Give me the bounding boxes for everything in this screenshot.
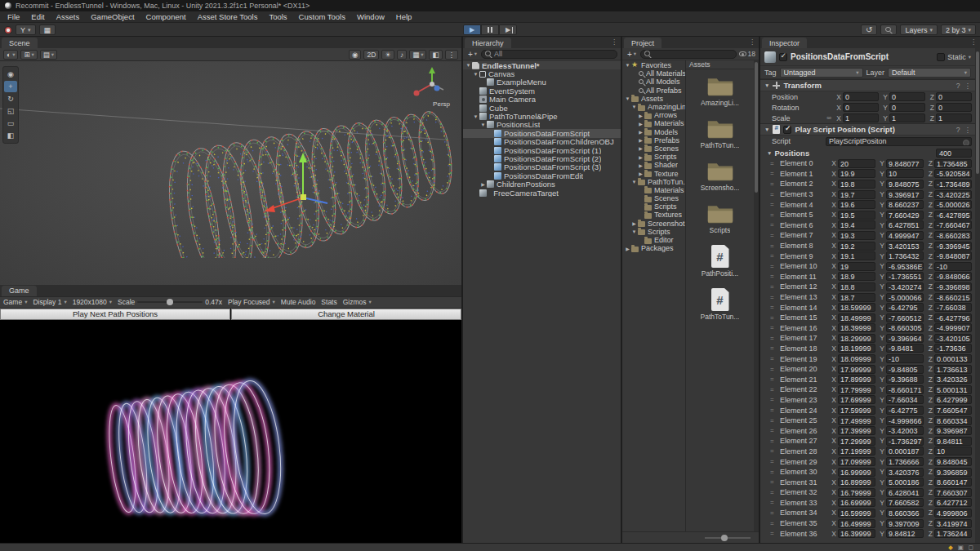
drag-handle-icon[interactable]: = [770, 263, 778, 270]
z-value-field[interactable]: 5.000131 [934, 385, 972, 394]
menu-item[interactable]: Edit [25, 11, 50, 22]
z-value-field[interactable]: -5.920584 [934, 169, 972, 178]
foldout-arrow[interactable]: ▼ [479, 122, 487, 127]
z-value-field[interactable]: 8.660334 [934, 416, 972, 425]
menu-item[interactable]: Assets [51, 11, 86, 22]
orientation-gizmo[interactable] [409, 64, 455, 100]
project-tree-item[interactable]: Scripts [622, 202, 685, 211]
x-value-field[interactable]: 19.1 [838, 251, 875, 260]
x-value-field[interactable]: 17.69999 [838, 395, 875, 404]
hierarchy-item[interactable]: PositionsDataFromChildrenOBJ [463, 138, 621, 146]
audio-toggle[interactable]: ♪ [397, 50, 407, 60]
z-value-field[interactable]: 1.736485 [934, 159, 972, 168]
y-value-field[interactable]: -8.660171 [886, 385, 924, 394]
foldout-arrow[interactable]: ▶ [637, 154, 644, 160]
z-value-field[interactable]: 6.427712 [934, 498, 972, 507]
y-value-field[interactable]: -9.396964 [886, 334, 924, 343]
x-value-field[interactable]: 16.49999 [838, 519, 875, 528]
drag-handle-icon[interactable]: = [770, 160, 778, 167]
z-value-field[interactable]: 0 [936, 92, 972, 101]
drag-handle-icon[interactable]: = [770, 232, 778, 239]
drag-handle-icon[interactable]: = [770, 489, 778, 496]
project-tree-item[interactable]: ▼ PathToTun... [622, 178, 685, 186]
x-value-field[interactable]: 19.6 [838, 200, 875, 209]
hierarchy-item[interactable]: _FreeCameraTarget [463, 189, 621, 197]
project-tree-item[interactable]: ▶ Texture [622, 169, 685, 177]
drag-handle-icon[interactable]: = [770, 427, 778, 434]
activity-icon[interactable]: ◆ [948, 544, 953, 551]
tab-project[interactable]: Project [624, 38, 662, 48]
layers-dropdown[interactable]: Layers▾ [900, 24, 938, 35]
drag-handle-icon[interactable]: = [770, 344, 778, 352]
y-value-field[interactable]: 6.428041 [886, 488, 924, 497]
kebab-menu-icon[interactable]: ⋮ [970, 38, 977, 46]
z-value-field[interactable]: 8.660147 [934, 478, 972, 487]
drag-handle-icon[interactable]: = [770, 458, 778, 465]
x-value-field[interactable]: 17.39999 [838, 426, 875, 435]
z-value-field[interactable]: -10 [934, 262, 972, 271]
tag-dropdown[interactable]: Untagged▾ [780, 68, 863, 78]
asset-item[interactable]: # PathToTun... [689, 288, 751, 321]
y-value-field[interactable]: -3.42003 [886, 426, 924, 435]
scene-camera-settings[interactable]: ◧ [429, 50, 442, 60]
drag-handle-icon[interactable]: = [770, 201, 778, 208]
y-value-field[interactable]: 8.660237 [886, 200, 924, 209]
add-asset-button[interactable]: +▾ [626, 50, 638, 59]
link-scale-icon[interactable]: ∞ [826, 114, 832, 122]
foldout-arrow[interactable]: ▼ [630, 104, 638, 109]
tool-settings-dropdown[interactable]: ▤▾ [40, 50, 57, 60]
help-icon[interactable]: ? [956, 126, 960, 134]
foldout-arrow[interactable]: ▼ [472, 114, 479, 119]
x-value-field[interactable]: 19.7 [838, 190, 875, 199]
hierarchy-item[interactable]: Main Camera [463, 96, 621, 104]
x-value-field[interactable]: 18.49999 [838, 313, 875, 322]
z-value-field[interactable]: 0.000133 [934, 354, 972, 363]
x-value-field[interactable]: 18.39999 [838, 323, 875, 332]
gizmos-dropdown[interactable]: Gizmos▾ [343, 298, 372, 306]
z-value-field[interactable]: -1.73636 [934, 344, 972, 353]
hierarchy-item[interactable]: ▼ PathToTunnel&Pipe [463, 112, 621, 120]
resolution-dropdown[interactable]: 1920x1080▾ [73, 298, 112, 306]
x-value-field[interactable]: 17.99999 [838, 365, 875, 374]
hierarchy-item[interactable]: ▼ PositionsList [463, 121, 621, 129]
y-value-field[interactable]: -7.66034 [886, 395, 924, 404]
pause-button[interactable] [481, 24, 499, 35]
display-dropdown[interactable]: Display 1▾ [33, 298, 66, 306]
console-log-icon[interactable]: ◻ [969, 544, 973, 551]
hierarchy-item[interactable]: PositionsDataFromScript (1) [463, 146, 621, 154]
project-tree-item[interactable]: ▶ Packages [622, 244, 685, 252]
static-checkbox[interactable] [937, 53, 945, 61]
x-value-field[interactable]: 0 [843, 92, 879, 101]
menu-item[interactable]: Window [351, 11, 390, 22]
y-value-field[interactable]: -7.660512 [886, 313, 924, 322]
drag-handle-icon[interactable]: = [770, 283, 778, 291]
foldout-arrow[interactable]: ▼ [630, 180, 638, 184]
play-button[interactable]: ▶ [463, 24, 481, 35]
drag-handle-icon[interactable]: = [770, 509, 778, 517]
drag-handle-icon[interactable]: = [770, 396, 778, 403]
drag-handle-icon[interactable]: = [770, 447, 778, 455]
asset-item[interactable]: # PathToTun... [689, 118, 751, 149]
y-value-field[interactable]: -1.736297 [886, 437, 924, 446]
project-tree-item[interactable]: Materials [622, 186, 685, 194]
project-search-input[interactable] [640, 50, 736, 59]
y-value-field[interactable]: -4.999866 [886, 416, 924, 425]
y-value-field[interactable]: 1 [889, 113, 925, 122]
y-value-field[interactable]: 0 [889, 103, 925, 112]
tab-game[interactable]: Game [2, 286, 37, 296]
project-tree-item[interactable]: All Prefabs [622, 87, 685, 95]
transform-component-header[interactable]: ▼ Transform ? ⋮ [760, 79, 975, 91]
project-tree-item[interactable]: ▶ Models [622, 128, 685, 136]
drag-handle-icon[interactable]: = [770, 386, 778, 393]
scrollbar-thumb[interactable] [755, 62, 758, 193]
drag-handle-icon[interactable]: = [770, 314, 778, 322]
hierarchy-item[interactable]: ExampleMenu [463, 78, 621, 87]
z-value-field[interactable]: -9.848087 [934, 251, 972, 260]
y-value-field[interactable]: -5.000066 [886, 293, 924, 302]
y-value-field[interactable]: 9.397009 [886, 519, 924, 528]
kebab-menu-icon[interactable]: ⋮ [964, 82, 972, 90]
project-tree-item[interactable]: ▼ Assets [622, 95, 685, 103]
x-value-field[interactable]: 16.99999 [838, 468, 875, 477]
z-value-field[interactable]: -8.660215 [934, 293, 972, 302]
y-value-field[interactable]: 0 [889, 92, 925, 101]
